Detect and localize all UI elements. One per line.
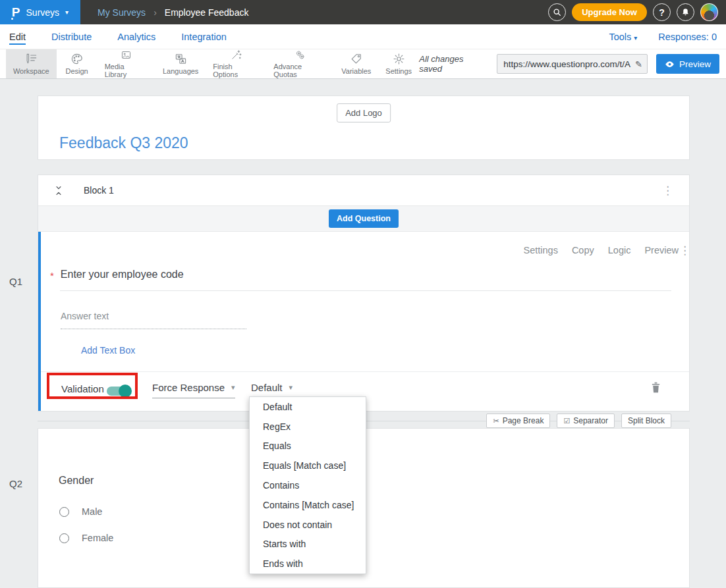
breadcrumb-current: Employee Feedback — [165, 7, 249, 18]
validation-divider — [41, 371, 689, 372]
languages-icon — [175, 53, 187, 65]
question-2-gutter-label: Q2 — [9, 478, 22, 489]
dropdown-option[interactable]: Does not contain — [250, 515, 366, 535]
breadcrumb: My Surveys › Employee Feedback — [98, 7, 248, 18]
radio-option[interactable]: Male — [59, 498, 113, 525]
block-card: Block 1 ⋮ Add Question SettingsCopyLogic… — [38, 174, 690, 412]
question-text[interactable]: Enter your employee code — [61, 269, 184, 281]
toolbar-item-variables[interactable]: Variables — [334, 49, 378, 78]
product-name: Surveys — [26, 7, 60, 18]
top-header: P Surveys ▾ My Surveys › Employee Feedba… — [0, 0, 726, 24]
chevron-down-icon: ▾ — [231, 384, 235, 391]
advance-quotas-icon — [294, 49, 306, 61]
tab-integration[interactable]: Integration — [181, 24, 227, 49]
block-title[interactable]: Block 1 — [84, 185, 114, 196]
add-text-box-link[interactable]: Add Text Box — [81, 345, 135, 356]
toolbar-item-media-library[interactable]: Media Library — [98, 49, 155, 78]
radio-button-icon[interactable] — [59, 507, 69, 517]
checkbox-icon: ☑ — [563, 417, 570, 425]
responses-count[interactable]: Responses: 0 — [658, 32, 717, 42]
chevron-down-icon: ▾ — [65, 9, 69, 16]
split-block-button[interactable]: Split Block — [621, 414, 671, 428]
question-text[interactable]: Gender — [59, 475, 94, 487]
question-mark-icon: ? — [659, 7, 665, 18]
validation-toggle[interactable] — [107, 387, 130, 396]
toggle-knob — [119, 385, 132, 398]
chevron-down-icon: ▾ — [289, 384, 293, 391]
question-1-gutter-label: Q1 — [9, 276, 22, 287]
workspace-icon — [25, 53, 38, 65]
questionpro-logo-icon: P — [12, 6, 20, 18]
dropdown-option[interactable]: Equals [Match case] — [250, 456, 366, 475]
search-icon — [553, 8, 561, 16]
toolbar-item-languages[interactable]: Languages — [155, 49, 206, 78]
delete-question-button[interactable] — [650, 381, 661, 396]
upgrade-now-button[interactable]: Upgrade Now — [572, 3, 647, 21]
save-status: All changes saved — [419, 54, 488, 74]
chevron-down-icon: ▾ — [634, 34, 637, 41]
survey-header-card: Add Logo Feedback Q3 2020 — [38, 95, 690, 160]
tools-menu[interactable]: Tools ▾ — [609, 32, 637, 42]
toolbar-item-finish-options[interactable]: Finish Options — [206, 49, 266, 78]
section-nav: Edit Distribute Analytics Integration To… — [0, 24, 726, 49]
breadcrumb-my-surveys[interactable]: My Surveys — [98, 7, 146, 18]
question-action[interactable]: Logic — [608, 245, 631, 255]
trash-icon — [650, 381, 661, 394]
add-logo-button[interactable]: Add Logo — [337, 103, 391, 122]
radio-option[interactable]: Female — [59, 525, 113, 551]
add-question-button[interactable]: Add Question — [329, 209, 399, 228]
add-question-strip: Add Question — [38, 205, 689, 232]
answer-text-field[interactable]: Answer text — [61, 311, 246, 329]
question-menu-icon[interactable]: ⋮ — [679, 245, 690, 256]
radio-option-label: Female — [82, 533, 113, 543]
editor-toolbar: Workspace Design Media Library Languages… — [0, 49, 726, 79]
tab-edit[interactable]: Edit — [9, 24, 26, 49]
tab-analytics[interactable]: Analytics — [117, 24, 155, 49]
collapse-block-icon[interactable] — [54, 185, 63, 196]
radio-option-label: Male — [82, 506, 102, 517]
product-switcher[interactable]: P Surveys ▾ — [0, 0, 80, 24]
block-menu-icon[interactable]: ⋮ — [662, 185, 673, 196]
settings-icon — [393, 53, 405, 65]
eye-icon — [665, 59, 675, 69]
variables-icon — [350, 53, 362, 65]
search-button[interactable] — [548, 3, 566, 21]
dropdown-option[interactable]: Starts with — [250, 535, 366, 554]
dropdown-option[interactable]: RegEx — [250, 417, 366, 437]
edit-url-icon[interactable]: ✎ — [635, 59, 642, 69]
dropdown-option[interactable]: Ends with — [250, 554, 366, 574]
toolbar-item-design[interactable]: Design — [57, 49, 98, 78]
radio-button-icon[interactable] — [59, 533, 69, 543]
toolbar-item-advance-quotas[interactable]: Advance Quotas — [266, 49, 334, 78]
force-response-select[interactable]: Force Response ▾ — [152, 382, 235, 398]
dropdown-option[interactable]: Default — [250, 397, 366, 417]
notifications-button[interactable] — [677, 3, 694, 21]
finish-options-icon — [230, 49, 242, 61]
user-avatar[interactable] — [700, 3, 718, 21]
tab-distribute[interactable]: Distribute — [51, 24, 92, 49]
question-action[interactable]: Preview — [644, 245, 679, 255]
survey-title[interactable]: Feedback Q3 2020 — [59, 134, 188, 152]
design-icon — [70, 53, 83, 65]
question-action[interactable]: Copy — [572, 245, 594, 255]
required-marker: * — [50, 269, 54, 281]
scissors-icon: ✂ — [493, 417, 499, 425]
question-action[interactable]: Settings — [523, 245, 557, 255]
survey-url-value: https://www.questionpro.com/t/A — [503, 59, 632, 69]
block-header: Block 1 ⋮ — [38, 175, 689, 205]
toolbar-item-settings[interactable]: Settings — [378, 49, 419, 78]
help-button[interactable]: ? — [653, 3, 671, 21]
question-text-underline — [60, 290, 671, 291]
separator-button[interactable]: ☑ Separator — [557, 414, 615, 428]
question-actions: SettingsCopyLogicPreview — [523, 245, 679, 255]
preview-button[interactable]: Preview — [656, 54, 719, 74]
toolbar-item-workspace[interactable]: Workspace — [6, 49, 57, 78]
survey-url-field[interactable]: https://www.questionpro.com/t/A ✎ — [497, 54, 648, 74]
validation-type-dropdown-menu: DefaultRegExEqualsEquals [Match case]Con… — [249, 396, 366, 574]
dropdown-option[interactable]: Contains [Match case] — [250, 495, 366, 515]
dropdown-option[interactable]: Equals — [250, 437, 366, 456]
bell-icon — [681, 8, 690, 16]
header-actions: Upgrade Now ? — [548, 3, 726, 21]
page-break-button[interactable]: ✂ Page Break — [486, 414, 550, 428]
dropdown-option[interactable]: Contains — [250, 475, 366, 495]
